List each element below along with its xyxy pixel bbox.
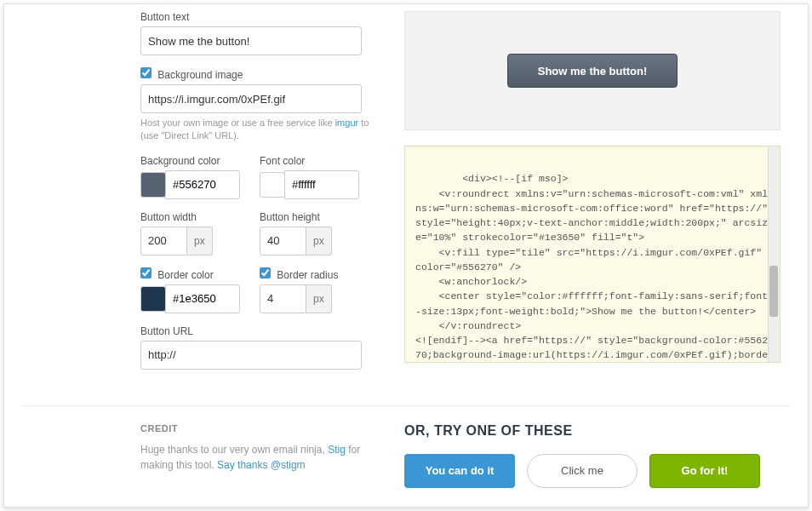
height-unit: px	[306, 227, 332, 256]
border-color-checkbox[interactable]	[140, 267, 152, 278]
try-button-3[interactable]: Go for it!	[649, 454, 760, 488]
url-input[interactable]	[140, 341, 362, 370]
border-radius-unit: px	[306, 284, 332, 313]
code-output[interactable]: <div><!--[if mso]> <v:roundrect xmlns:v=…	[404, 146, 781, 363]
url-label: Button URL	[140, 325, 370, 337]
bg-image-help: Host your own image or use a free servic…	[140, 117, 370, 143]
width-unit: px	[187, 227, 213, 256]
stig-link[interactable]: Stig	[328, 444, 346, 456]
border-radius-checkbox[interactable]	[260, 267, 271, 278]
font-color-swatch[interactable]	[260, 172, 285, 198]
try-button-2[interactable]: Click me	[527, 454, 638, 488]
font-color-input[interactable]	[284, 170, 359, 199]
credit-heading: CREDIT	[140, 423, 370, 433]
credit-text: Huge thanks to our very own email ninja,…	[140, 442, 370, 473]
stigm-link[interactable]: Say thanks @stigm	[217, 459, 306, 471]
preview-panel: Show me the button!	[404, 11, 781, 130]
bg-image-label: Background image	[140, 67, 370, 81]
bg-color-label: Background color	[140, 155, 243, 167]
height-input[interactable]	[260, 227, 306, 256]
width-input[interactable]	[140, 227, 187, 256]
divider	[21, 405, 791, 406]
bg-color-swatch[interactable]	[140, 172, 166, 198]
border-color-label: Border color	[140, 267, 243, 281]
bg-image-checkbox[interactable]	[140, 67, 152, 78]
try-heading: OR, TRY ONE OF THESE	[404, 423, 791, 439]
try-button-1[interactable]: You can do it	[404, 454, 515, 488]
font-color-label: Font color	[260, 155, 362, 167]
width-label: Button width	[140, 211, 243, 223]
border-color-input[interactable]	[165, 284, 240, 313]
bg-color-input[interactable]	[165, 170, 240, 199]
scrollbar-track	[768, 146, 780, 362]
scrollbar-thumb[interactable]	[769, 266, 778, 317]
bg-image-input[interactable]	[140, 84, 362, 113]
button-text-label: Button text	[140, 11, 370, 23]
border-radius-label: Border radius	[260, 267, 362, 281]
height-label: Button height	[260, 211, 362, 223]
border-radius-input[interactable]	[260, 284, 306, 313]
preview-button[interactable]: Show me the button!	[507, 54, 678, 88]
imgur-link[interactable]: imgur	[335, 118, 359, 128]
button-text-input[interactable]	[140, 26, 362, 55]
border-color-swatch[interactable]	[140, 286, 166, 312]
